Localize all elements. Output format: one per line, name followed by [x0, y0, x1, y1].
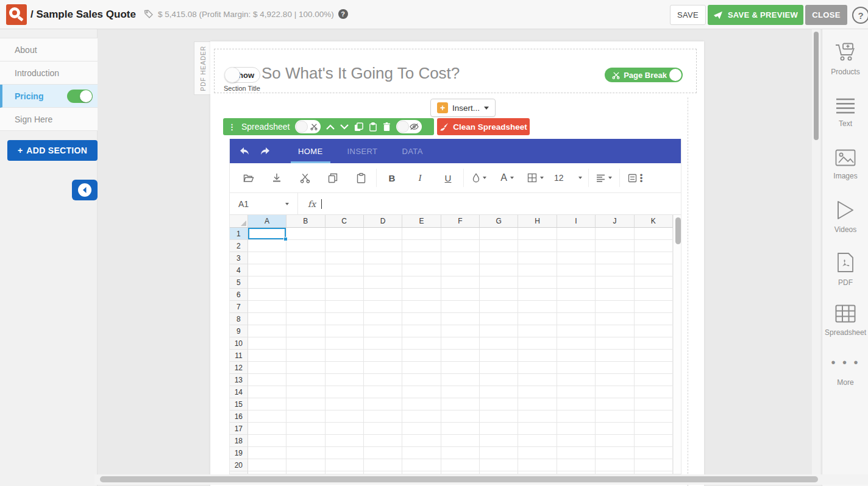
cell-E1[interactable] — [402, 228, 441, 240]
cell-H15[interactable] — [518, 398, 557, 410]
font-color-button[interactable]: A — [493, 167, 521, 188]
cell-I10[interactable] — [557, 337, 596, 350]
cell-I9[interactable] — [557, 325, 596, 337]
cell-E18[interactable] — [402, 435, 441, 447]
cell-H13[interactable] — [518, 374, 557, 386]
scroll-thumb[interactable] — [100, 476, 818, 482]
cell-D14[interactable] — [364, 386, 402, 398]
cell-H1[interactable] — [518, 228, 557, 240]
cell-I7[interactable] — [557, 301, 596, 313]
cell-G4[interactable] — [480, 264, 518, 276]
italic-button[interactable]: I — [406, 167, 434, 188]
cell-C13[interactable] — [326, 374, 364, 386]
sidebar-item-about[interactable]: About — [0, 38, 98, 62]
cell-C20[interactable] — [326, 459, 364, 471]
cell-K18[interactable] — [635, 435, 673, 447]
cell-B14[interactable] — [286, 386, 325, 398]
cell-E10[interactable] — [402, 337, 441, 350]
move-up-button[interactable] — [326, 124, 335, 130]
cell-C8[interactable] — [326, 313, 364, 325]
cell-A17[interactable] — [248, 423, 286, 435]
cell-D6[interactable] — [364, 289, 402, 301]
cell-K2[interactable] — [635, 240, 673, 252]
cell-E8[interactable] — [402, 313, 441, 325]
cell-I2[interactable] — [557, 240, 596, 252]
cell-E16[interactable] — [402, 410, 441, 423]
cell-I19[interactable] — [557, 447, 596, 459]
cell-F2[interactable] — [441, 240, 480, 252]
cell-G19[interactable] — [480, 447, 518, 459]
cut-toggle[interactable] — [295, 120, 321, 133]
column-header-I[interactable]: I — [557, 215, 596, 228]
cell-A6[interactable] — [248, 289, 286, 301]
insert-dropdown-button[interactable]: + Insert... — [430, 99, 496, 117]
underline-button[interactable]: U — [434, 167, 462, 188]
pdf-header-tab[interactable]: PDF HEADER — [194, 41, 212, 95]
cell-J11[interactable] — [596, 350, 634, 362]
cell-K13[interactable] — [635, 374, 673, 386]
cell-I5[interactable] — [557, 276, 596, 289]
cell-B18[interactable] — [286, 435, 325, 447]
cell-J13[interactable] — [596, 374, 634, 386]
font-size-select[interactable]: 12 — [549, 173, 587, 183]
cell-B17[interactable] — [286, 423, 325, 435]
column-header-C[interactable]: C — [326, 215, 364, 228]
cell-H2[interactable] — [518, 240, 557, 252]
cell-K4[interactable] — [635, 264, 673, 276]
cell-G12[interactable] — [480, 362, 518, 374]
cell-G7[interactable] — [480, 301, 518, 313]
support-question-icon[interactable]: ? — [852, 7, 868, 24]
cell-F7[interactable] — [441, 301, 480, 313]
cell-K20[interactable] — [635, 459, 673, 471]
palette-item-products[interactable]: Products — [822, 43, 868, 76]
cell-K6[interactable] — [635, 289, 673, 301]
cell-D20[interactable] — [364, 459, 402, 471]
add-section-button[interactable]: + ADD SECTION — [7, 140, 98, 161]
row-header-11[interactable]: 11 — [230, 350, 248, 362]
cell-G14[interactable] — [480, 386, 518, 398]
cell-D16[interactable] — [364, 410, 402, 423]
cell-A5[interactable] — [248, 276, 286, 289]
collapse-sidebar-button[interactable] — [72, 180, 98, 200]
page-horizontal-scrollbar[interactable] — [94, 474, 868, 485]
cell-K14[interactable] — [635, 386, 673, 398]
sidebar-item-pricing[interactable]: Pricing — [0, 85, 98, 108]
cell-H18[interactable] — [518, 435, 557, 447]
cell-H8[interactable] — [518, 313, 557, 325]
cell-A16[interactable] — [248, 410, 286, 423]
cell-K5[interactable] — [635, 276, 673, 289]
tab-data[interactable]: DATA — [390, 139, 435, 163]
cell-D9[interactable] — [364, 325, 402, 337]
cell-C6[interactable] — [326, 289, 364, 301]
save-button[interactable]: SAVE — [670, 5, 706, 25]
cell-C11[interactable] — [326, 350, 364, 362]
cell-E11[interactable] — [402, 350, 441, 362]
cell-I4[interactable] — [557, 264, 596, 276]
cell-F8[interactable] — [441, 313, 480, 325]
copy-widget-button[interactable] — [354, 122, 363, 132]
row-header-8[interactable]: 8 — [230, 313, 248, 325]
row-header-5[interactable]: 5 — [230, 276, 248, 289]
cell-D11[interactable] — [364, 350, 402, 362]
palette-item-pdf[interactable]: PDF — [822, 252, 868, 287]
cell-H20[interactable] — [518, 459, 557, 471]
cell-G9[interactable] — [480, 325, 518, 337]
row-header-7[interactable]: 7 — [230, 301, 248, 313]
cell-J6[interactable] — [596, 289, 634, 301]
column-header-A[interactable]: A — [248, 215, 286, 228]
formula-input-cursor[interactable] — [321, 199, 322, 209]
column-header-G[interactable]: G — [480, 215, 518, 228]
cell-E17[interactable] — [402, 423, 441, 435]
column-header-D[interactable]: D — [364, 215, 402, 228]
cell-D8[interactable] — [364, 313, 402, 325]
cell-C2[interactable] — [326, 240, 364, 252]
page-break-toggle[interactable]: Page Break — [605, 68, 683, 82]
cell-H17[interactable] — [518, 423, 557, 435]
cell-A13[interactable] — [248, 374, 286, 386]
cell-H11[interactable] — [518, 350, 557, 362]
cell-J5[interactable] — [596, 276, 634, 289]
cell-A14[interactable] — [248, 386, 286, 398]
cell-F9[interactable] — [441, 325, 480, 337]
tab-home[interactable]: HOME — [286, 139, 335, 163]
cell-D3[interactable] — [364, 252, 402, 264]
